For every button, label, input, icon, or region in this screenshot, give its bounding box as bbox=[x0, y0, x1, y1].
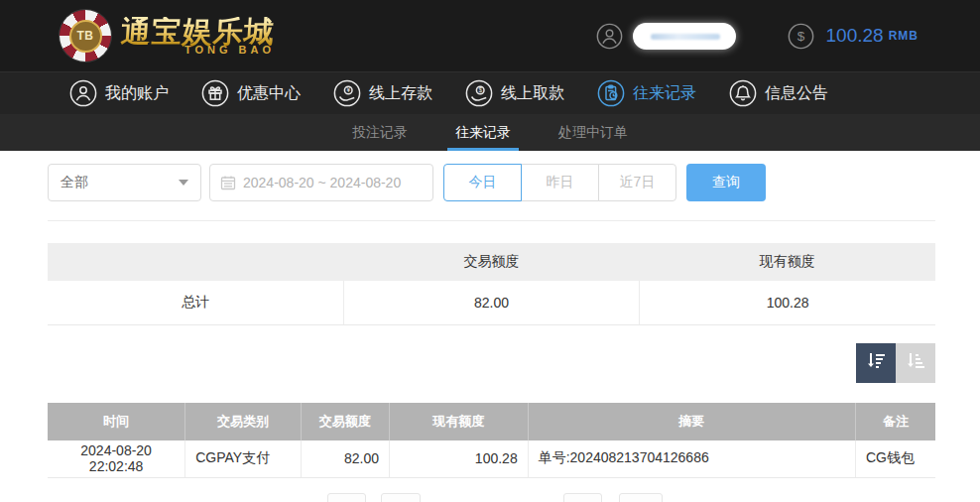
col-header-time: 时间 bbox=[48, 403, 185, 440]
quick-range-group: 今日 昨日 近7日 bbox=[443, 164, 676, 201]
tab-betting-records[interactable]: 投注记录 bbox=[346, 114, 414, 151]
records-header-row: 时间 交易类别 交易额度 现有额度 摘要 备注 bbox=[48, 403, 935, 440]
balance-currency: RMB bbox=[889, 29, 919, 43]
withdraw-icon: $ bbox=[465, 79, 493, 107]
deposit-icon: ¥ bbox=[333, 79, 361, 107]
summary-header-trade: 交易额度 bbox=[343, 243, 639, 281]
col-header-remark: 备注 bbox=[855, 403, 935, 440]
sub-nav: 投注记录 往来记录 处理中订单 bbox=[0, 114, 980, 151]
nav-item-transaction-records[interactable]: 往来记录 bbox=[597, 79, 696, 107]
cell-summary: 单号:202408213704126686 bbox=[528, 440, 855, 478]
today-button[interactable]: 今日 bbox=[443, 164, 522, 201]
nav-item-promotions[interactable]: 优惠中心 bbox=[201, 79, 301, 107]
chevron-down-icon bbox=[179, 180, 188, 186]
bell-icon bbox=[729, 79, 757, 107]
nav-item-announcements[interactable]: 信息公告 bbox=[729, 79, 828, 107]
pagination-stub[interactable] bbox=[381, 493, 421, 502]
category-select-value: 全部 bbox=[61, 174, 88, 191]
category-select[interactable]: 全部 bbox=[48, 164, 201, 201]
pagination-bar bbox=[0, 493, 980, 502]
col-header-amount: 交易额度 bbox=[301, 403, 390, 440]
nav-label: 线上存款 bbox=[369, 83, 432, 104]
nav-item-deposit[interactable]: ¥ 线上存款 bbox=[333, 79, 432, 107]
yesterday-button[interactable]: 昨日 bbox=[521, 164, 599, 201]
account-icon bbox=[69, 79, 97, 107]
search-button[interactable]: 查询 bbox=[686, 164, 766, 201]
nav-label: 我的账户 bbox=[105, 83, 169, 104]
content: 全部 2024-08-20 ~ 2024-08-20 今日 昨日 近7日 bbox=[0, 164, 980, 478]
main-nav: 我的账户 优惠中心 ¥ 线上存款 bbox=[0, 71, 980, 114]
top-header: TB 通宝娱乐城 TONG BAO $ 100. bbox=[0, 0, 980, 71]
sort-descending-button[interactable] bbox=[856, 343, 896, 383]
summary-trade-total: 82.00 bbox=[343, 281, 639, 324]
pagination-stub[interactable] bbox=[327, 493, 366, 502]
cell-remark: CG钱包 bbox=[855, 440, 935, 478]
svg-text:¥: ¥ bbox=[346, 86, 350, 93]
sort-ascending-button[interactable] bbox=[896, 343, 935, 383]
filter-row: 全部 2024-08-20 ~ 2024-08-20 今日 昨日 近7日 bbox=[48, 164, 935, 201]
sort-ascending-icon bbox=[904, 349, 927, 376]
username-redacted[interactable] bbox=[633, 23, 736, 50]
summary-header-balance: 现有额度 bbox=[640, 243, 935, 281]
sort-descending-icon bbox=[864, 349, 888, 376]
col-header-balance: 现有额度 bbox=[390, 403, 529, 440]
section-divider bbox=[48, 220, 935, 221]
table-row: 2024-08-20 22:02:48 CGPAY支付 82.00 100.28… bbox=[48, 440, 935, 478]
records-table: 时间 交易类别 交易额度 现有额度 摘要 备注 2024-08-20 22:02… bbox=[48, 403, 935, 479]
records-icon bbox=[597, 79, 625, 107]
cell-amount: 82.00 bbox=[301, 440, 390, 478]
chip-text: TB bbox=[77, 29, 94, 43]
casino-chip-icon: TB bbox=[60, 10, 111, 62]
balance-coin-icon: $ bbox=[788, 23, 814, 50]
tab-pending-orders[interactable]: 处理中订单 bbox=[552, 114, 634, 151]
cell-time: 2024-08-20 22:02:48 bbox=[48, 440, 185, 478]
date-range-input[interactable]: 2024-08-20 ~ 2024-08-20 bbox=[209, 164, 433, 201]
gift-icon bbox=[201, 79, 229, 107]
summary-header-row: 交易额度 现有额度 bbox=[48, 243, 935, 281]
sort-row bbox=[48, 343, 935, 383]
summary-balance-total: 100.28 bbox=[640, 281, 935, 324]
tab-transaction-records[interactable]: 往来记录 bbox=[449, 114, 517, 151]
user-icon bbox=[596, 23, 623, 50]
summary-total-row: 总计 82.00 100.28 bbox=[48, 281, 935, 324]
pagination-stub[interactable] bbox=[619, 493, 663, 502]
pagination-stub[interactable] bbox=[563, 493, 602, 502]
summary-header-empty bbox=[48, 243, 343, 281]
summary-total-label: 总计 bbox=[48, 281, 343, 324]
nav-label: 往来记录 bbox=[633, 83, 696, 104]
balance-amount: 100.28 bbox=[826, 25, 884, 47]
calendar-icon bbox=[220, 175, 236, 190]
cell-balance: 100.28 bbox=[390, 440, 529, 478]
page: TB 通宝娱乐城 TONG BAO $ 100. bbox=[0, 0, 980, 502]
nav-label: 信息公告 bbox=[765, 83, 828, 104]
nav-item-withdraw[interactable]: $ 线上取款 bbox=[465, 79, 564, 107]
nav-item-my-account[interactable]: 我的账户 bbox=[69, 79, 169, 107]
summary-table: 交易额度 现有额度 总计 82.00 100.28 bbox=[48, 243, 935, 325]
brand-logo[interactable]: TB 通宝娱乐城 TONG BAO bbox=[60, 10, 275, 62]
date-range-value: 2024-08-20 ~ 2024-08-20 bbox=[243, 175, 401, 190]
cell-type: CGPAY支付 bbox=[185, 440, 301, 478]
svg-text:$: $ bbox=[796, 29, 804, 44]
last7days-button[interactable]: 近7日 bbox=[598, 164, 676, 201]
brand-name: 通宝娱乐城 bbox=[120, 17, 276, 47]
col-header-summary: 摘要 bbox=[528, 403, 855, 440]
nav-label: 线上取款 bbox=[501, 83, 564, 104]
nav-label: 优惠中心 bbox=[237, 83, 301, 104]
col-header-type: 交易类别 bbox=[185, 403, 301, 440]
svg-text:$: $ bbox=[478, 86, 482, 93]
